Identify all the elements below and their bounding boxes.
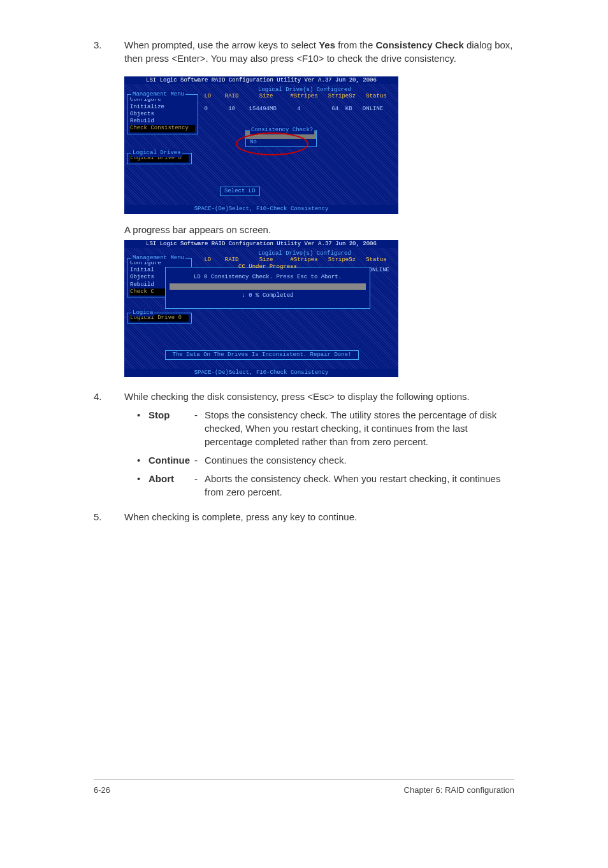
- hint-box: Select LD: [220, 187, 260, 196]
- option-stop: • Stop - Stops the consistency check. Th…: [137, 408, 514, 448]
- step-4: 4. While checking the disk consistency, …: [94, 390, 514, 504]
- progress-caption: A progress bar appears on screen.: [124, 223, 514, 236]
- progress-bar: [170, 283, 366, 290]
- management-menu: Management Menu Configure Initialize Obj…: [127, 94, 198, 134]
- menu-item: Objects: [130, 111, 195, 118]
- step-number: 3.: [94, 38, 124, 70]
- table-header: LD RAID Size #Stripes StripeSz Status: [201, 93, 387, 100]
- bios-title: LSI Logic Software RAID Configuration Ut…: [124, 241, 398, 248]
- chapter-label: Chapter 6: RAID configuration: [404, 785, 514, 796]
- message-box: The Data On The Drives Is Inconsistent. …: [165, 350, 359, 360]
- menu-item-selected: Check Consistency: [130, 125, 195, 132]
- step-5-text: When checking is complete, press any key…: [124, 510, 514, 523]
- consistency-dialog: Consistency Check? Yes No: [245, 130, 317, 147]
- menu-item: Initialize: [130, 104, 195, 111]
- menu-item: Rebuild: [130, 118, 195, 125]
- options-list: • Stop - Stops the consistency check. Th…: [137, 408, 514, 499]
- page-number: 6-26: [94, 785, 110, 796]
- logical-drives-box: Logica Logical Drive 0: [127, 313, 192, 324]
- dialog-no: No: [246, 139, 316, 146]
- bios-footer: SPACE-(De)Select, F10-Check Consistency: [124, 205, 398, 213]
- step-number: 4.: [94, 390, 124, 504]
- status-word: ONLINE: [369, 267, 389, 274]
- step-3-text: When prompted, use the arrow keys to sel…: [124, 38, 514, 65]
- bios-screenshot-1: LSI Logic Software RAID Configuration Ut…: [124, 76, 398, 214]
- progress-panel: CC Under Progress LD 0 Consistency Check…: [165, 267, 370, 309]
- step-4-text: While checking the disk consistency, pre…: [124, 390, 514, 403]
- progress-line: LD 0 Consistency Check. Press Esc to Abo…: [166, 274, 370, 281]
- table-header: LD RAID Size #Stripes StripeSz Status: [201, 257, 387, 264]
- logical-drives-box: Logical Drives Logical Drive 0: [127, 153, 192, 164]
- option-continue: • Continue - Continues the consistency c…: [137, 453, 514, 467]
- progress-pct: ↓ 0 % Completed: [166, 292, 370, 299]
- bios-footer: SPACE-(De)Select, F10-Check Consistency: [124, 369, 398, 377]
- step-number: 5.: [94, 510, 124, 529]
- table-row: 0 10 154494MB 4 64 KB ONLINE: [201, 106, 383, 113]
- bios-screenshot-2: LSI Logic Software RAID Configuration Ut…: [124, 240, 398, 378]
- page-footer: 6-26 Chapter 6: RAID configuration: [94, 779, 514, 796]
- step-5: 5. When checking is complete, press any …: [94, 510, 514, 529]
- bios-title: LSI Logic Software RAID Configuration Ut…: [124, 77, 398, 84]
- step-3: 3. When prompted, use the arrow keys to …: [94, 38, 514, 70]
- option-abort: • Abort - Aborts the consistency check. …: [137, 472, 514, 499]
